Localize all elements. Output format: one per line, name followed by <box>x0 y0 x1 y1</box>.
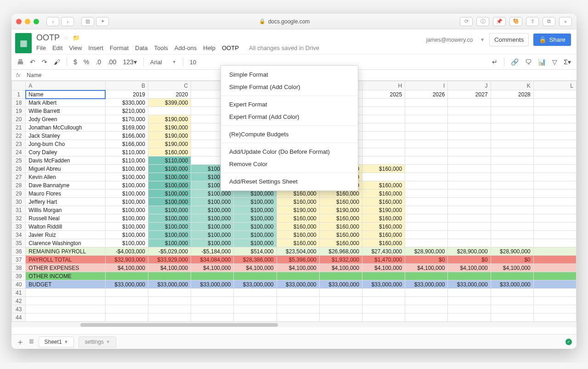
cell[interactable]: $4,100,000 <box>491 264 533 272</box>
cell[interactable]: $160,000 <box>277 231 319 239</box>
cell[interactable] <box>491 107 533 115</box>
print-icon[interactable]: 🖶 <box>17 58 23 66</box>
cell[interactable] <box>362 157 405 165</box>
cell[interactable] <box>362 297 405 305</box>
cell[interactable]: $33,000,000 <box>105 280 148 289</box>
cell[interactable]: $110,000 <box>105 148 148 157</box>
cell[interactable]: Jack Stanley <box>26 132 105 140</box>
menuitem-simple-format-add-color-[interactable]: Simple Format (Add Color) <box>221 81 358 93</box>
cell[interactable]: Russell Neal <box>26 214 105 223</box>
cell[interactable] <box>491 140 533 148</box>
cell[interactable] <box>405 173 448 181</box>
cell[interactable]: $0 <box>405 256 448 264</box>
cell[interactable] <box>491 289 533 297</box>
account-label[interactable]: james@mowery.co <box>426 37 473 43</box>
cell[interactable] <box>234 305 277 313</box>
rownum[interactable]: 44 <box>12 313 26 322</box>
cell[interactable] <box>319 289 362 297</box>
rownum[interactable]: 18 <box>12 99 26 107</box>
reload-button[interactable]: ⟳ <box>460 17 473 26</box>
rownum[interactable]: 41 <box>12 289 26 297</box>
cell[interactable] <box>405 231 448 239</box>
menuitem-add-update-color-do-before-format-[interactable]: Add/Update Color (Do Before Format) <box>221 145 358 158</box>
cell[interactable]: Willis Morgan <box>26 206 105 214</box>
cell[interactable] <box>148 107 191 115</box>
cell[interactable] <box>533 313 576 322</box>
cell[interactable]: $160,000 <box>277 239 319 247</box>
cell[interactable] <box>234 272 277 280</box>
cell[interactable]: $100,000 <box>105 223 148 231</box>
cell[interactable] <box>277 297 319 305</box>
wrap-icon[interactable]: ↵ <box>492 58 498 66</box>
cell[interactable] <box>533 99 576 107</box>
cell[interactable]: OTHER EXPENSES <box>26 264 105 272</box>
menuitem-add-reset-settings-sheet[interactable]: Add/Reset Settings Sheet <box>221 175 358 188</box>
cell[interactable] <box>105 272 148 280</box>
cell[interactable] <box>533 264 576 272</box>
menuitem-expert-format-add-color-[interactable]: Expert Format (Add Color) <box>221 111 358 123</box>
cell[interactable] <box>448 115 491 123</box>
cell[interactable]: $100,000 <box>148 206 191 214</box>
cell[interactable]: $160,000 <box>362 239 405 247</box>
fontsize-select[interactable]: 10 <box>190 59 196 66</box>
cell[interactable]: $399,000 <box>148 99 191 107</box>
cell[interactable] <box>533 305 576 313</box>
colhead-B[interactable]: B <box>105 81 148 90</box>
cell[interactable] <box>362 148 405 157</box>
account-dropdown-icon[interactable]: ▼ <box>480 37 485 42</box>
cell[interactable] <box>319 313 362 322</box>
cell[interactable] <box>491 272 533 280</box>
cell[interactable] <box>448 206 491 214</box>
rownum[interactable]: 34 <box>12 231 26 239</box>
cell[interactable]: $100,000 <box>148 165 191 173</box>
cell[interactable]: Walton Riddill <box>26 223 105 231</box>
cell[interactable]: $190,000 <box>319 206 362 214</box>
cell[interactable]: $33,000,000 <box>234 280 277 289</box>
cell[interactable] <box>533 181 576 190</box>
cell[interactable]: $100,000 <box>148 239 191 247</box>
cell[interactable] <box>148 297 191 305</box>
tab-sheet1[interactable]: Sheet1▼ <box>39 336 74 347</box>
cell[interactable]: 2019 <box>105 90 148 99</box>
rownum[interactable]: 27 <box>12 173 26 181</box>
cell[interactable] <box>105 297 148 305</box>
cell[interactable]: $1,470,000 <box>362 256 405 264</box>
cell[interactable] <box>26 305 105 313</box>
cell[interactable]: Jonathan McCullough <box>26 123 105 132</box>
cell[interactable] <box>148 305 191 313</box>
cell[interactable] <box>405 190 448 198</box>
cell[interactable] <box>491 157 533 165</box>
cell[interactable]: $100,000 <box>191 206 234 214</box>
cell[interactable]: $100,000 <box>105 231 148 239</box>
all-sheets-button[interactable]: ≡ <box>29 337 34 347</box>
menuitem-remove-color[interactable]: Remove Color <box>221 158 358 170</box>
menu-edit[interactable]: Edit <box>52 45 62 51</box>
percent-icon[interactable]: % <box>84 58 89 66</box>
cell[interactable] <box>491 239 533 247</box>
cell[interactable] <box>448 313 491 322</box>
cell[interactable] <box>533 107 576 115</box>
cell[interactable]: $166,000 <box>105 140 148 148</box>
rownum[interactable]: 25 <box>12 157 26 165</box>
cell[interactable]: BUDGET <box>26 280 105 289</box>
cell[interactable] <box>319 297 362 305</box>
cell[interactable]: $190,000 <box>148 140 191 148</box>
rownum[interactable]: 22 <box>12 132 26 140</box>
cell[interactable]: $160,000 <box>362 165 405 173</box>
cell[interactable] <box>491 132 533 140</box>
rownum[interactable]: 42 <box>12 297 26 305</box>
cell[interactable]: Dave Bannatyne <box>26 181 105 190</box>
cell[interactable] <box>405 214 448 223</box>
cell[interactable] <box>448 223 491 231</box>
cell[interactable] <box>405 140 448 148</box>
cell[interactable]: $100,000 <box>191 223 234 231</box>
cell[interactable] <box>26 313 105 322</box>
cell[interactable] <box>191 289 234 297</box>
cell[interactable] <box>491 115 533 123</box>
rownum[interactable]: 26 <box>12 165 26 173</box>
cell[interactable] <box>405 123 448 132</box>
rownum[interactable]: 23 <box>12 140 26 148</box>
cell[interactable] <box>533 247 576 256</box>
cell[interactable]: $100,000 <box>191 198 234 206</box>
cell[interactable]: -$4,003,000 <box>105 247 148 256</box>
